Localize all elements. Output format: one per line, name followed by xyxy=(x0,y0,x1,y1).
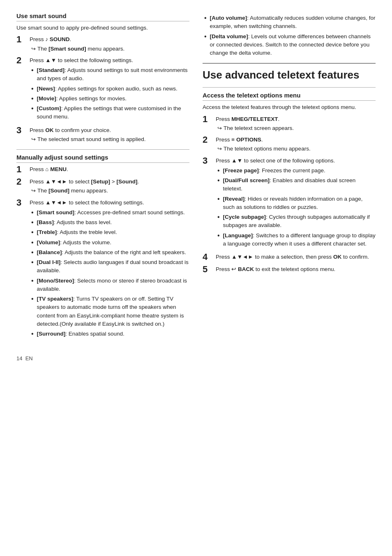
list-item: •[Dual/Full screen]: Enables and disable… xyxy=(217,176,376,193)
step-result: The teletext screen appears. xyxy=(224,124,294,132)
smart-sound-step-1: 1 Press SOUND. ↪ The [Smart sound] menu … xyxy=(16,35,189,53)
step-content: Press ▲▼◄► to make a selection, then pre… xyxy=(216,253,376,261)
step-text: Press ▲▼◄► to make a selection, then pre… xyxy=(216,254,369,260)
manual-step-1: 1 Press MENU. xyxy=(16,165,189,174)
list-item: •[Language]: Switches to a different lan… xyxy=(217,232,376,248)
smart-sound-intro: Use smart sound to apply pre-defined sou… xyxy=(16,24,189,32)
step-result: The [Smart sound] menu appears. xyxy=(37,45,125,53)
step-text: Press ▲▼◄► to select the following setti… xyxy=(30,199,144,206)
arrow-icon: ↪ xyxy=(31,187,36,195)
step-number: 3 xyxy=(203,156,214,166)
step-text: Press MHEG/TELETEXT. xyxy=(216,116,279,122)
smart-sound-step-3: 3 Press OK to confirm your choice. ↪ The… xyxy=(16,126,189,144)
list-item: •[Surround]: Enables spatial sound. xyxy=(31,330,189,338)
bullet-list: •[Standard]: Adjusts sound settings to s… xyxy=(31,66,189,121)
list-item: •[Balance]: Adjusts the balance of the r… xyxy=(31,248,189,257)
arrow-icon: ↪ xyxy=(217,145,222,153)
step-content: Press ▲▼◄► to select the following setti… xyxy=(30,199,189,340)
manual-sound-title: Manually adjust sound settings xyxy=(16,154,189,163)
manual-step-3: 3 Press ▲▼◄► to select the following set… xyxy=(16,199,189,340)
step-number: 1 xyxy=(16,35,28,44)
list-item: •[Standard]: Adjusts sound settings to s… xyxy=(31,66,189,83)
teletext-step-2: 2 Press OPTIONS. ↪ The teletext options … xyxy=(203,136,376,153)
list-item: •[Volume]: Adjusts the volume. xyxy=(31,239,189,247)
smart-sound-title: Use smart sound xyxy=(16,12,189,21)
arrow-icon: ↪ xyxy=(31,135,36,144)
step-content: Press MHEG/TELETEXT. ↪ The teletext scre… xyxy=(216,115,376,133)
step-result: The [Sound] menu appears. xyxy=(37,187,108,195)
step-text: Press ▲▼ to select the following setting… xyxy=(30,57,133,63)
list-item: •[Bass]: Adjusts the bass level. xyxy=(31,218,189,227)
bullet-list: •[Smart sound]: Accesses pre-defined sma… xyxy=(31,208,189,338)
page-number: 14 xyxy=(16,355,22,361)
teletext-options-title: Access the teletext options menu xyxy=(203,92,376,101)
arrow-icon: ↪ xyxy=(31,45,36,53)
step-content: Press MENU. xyxy=(30,165,189,174)
step-text: Press SOUND. xyxy=(30,36,71,42)
list-item: •[Smart sound]: Accesses pre-defined sma… xyxy=(31,208,189,217)
step-number: 3 xyxy=(16,198,28,208)
step-result: The selected smart sound setting is appl… xyxy=(37,135,145,144)
list-item: •[Delta volume]: Levels out volume diffe… xyxy=(204,32,376,58)
step-number: 1 xyxy=(16,164,28,174)
teletext-step-5: 5 Press BACK to exit the teletext option… xyxy=(203,265,376,274)
teletext-step-4: 4 Press ▲▼◄► to make a selection, then p… xyxy=(203,253,376,262)
step-text: Press MENU. xyxy=(30,166,68,172)
continuation-bullets: •[Auto volume]: Automatically reduces su… xyxy=(204,14,376,57)
step-number: 2 xyxy=(203,135,214,145)
list-item: •[Custom]: Applies the settings that wer… xyxy=(31,104,189,121)
step-number: 1 xyxy=(203,114,214,124)
step-number: 3 xyxy=(16,125,28,135)
step-content: Press BACK to exit the teletext options … xyxy=(216,265,376,273)
list-item: •[Mono/Stereo]: Selects mono or stereo i… xyxy=(31,277,189,294)
teletext-step-1: 1 Press MHEG/TELETEXT. ↪ The teletext sc… xyxy=(203,115,376,133)
step-number: 4 xyxy=(203,252,214,262)
step-content: Press ▲▼◄► to select [Setup] > [Sound]. … xyxy=(30,178,189,195)
left-column: Use smart sound Use smart sound to apply… xyxy=(16,12,189,343)
teletext-step-3: 3 Press ▲▼ to select one of the followin… xyxy=(203,157,376,250)
step-content: Press SOUND. ↪ The [Smart sound] menu ap… xyxy=(30,35,189,53)
step-content: Press OPTIONS. ↪ The teletext options me… xyxy=(216,136,376,153)
step-number: 5 xyxy=(203,264,214,274)
step-text: Press BACK to exit the teletext options … xyxy=(216,266,335,272)
list-item: •[Reveal]: Hides or reveals hidden infor… xyxy=(217,195,376,212)
list-item: •[Auto volume]: Automatically reduces su… xyxy=(204,14,376,31)
step-text: Press OPTIONS. xyxy=(216,137,263,143)
list-item: •[Treble]: Adjusts the treble level. xyxy=(31,228,189,236)
section-divider xyxy=(203,87,376,88)
step-result: The teletext options menu appears. xyxy=(224,145,311,153)
smart-sound-step-2: 2 Press ▲▼ to select the following setti… xyxy=(16,56,189,123)
list-item: •[Freeze page]: Freezes the current page… xyxy=(217,167,376,175)
right-column: •[Auto volume]: Automatically reduces su… xyxy=(203,12,376,343)
section-divider xyxy=(16,149,189,150)
list-item: •[Cycle subpage]: Cycles through subpage… xyxy=(217,213,376,230)
list-item: •[TV speakers]: Turns TV speakers on or … xyxy=(31,295,189,328)
step-text: Press OK to confirm your choice. xyxy=(30,127,111,133)
manual-step-2: 2 Press ▲▼◄► to select [Setup] > [Sound]… xyxy=(16,178,189,195)
step-content: Press OK to confirm your choice. ↪ The s… xyxy=(30,126,189,144)
step-text: Press ▲▼◄► to select [Setup] > [Sound]. xyxy=(30,178,139,185)
list-item: •[Movie]: Applies settings for movies. xyxy=(31,95,189,103)
bullet-list: •[Freeze page]: Freezes the current page… xyxy=(217,167,376,248)
page-lang: EN xyxy=(25,355,33,361)
step-text: Press ▲▼ to select one of the following … xyxy=(216,158,335,164)
advanced-teletext-title: Use advanced teletext features xyxy=(203,69,376,81)
teletext-options-intro: Access the teletext features through the… xyxy=(203,103,376,111)
page-footer: 14 EN xyxy=(16,355,376,361)
list-item: •[Dual I-II]: Selects audio languages if… xyxy=(31,258,189,275)
step-number: 2 xyxy=(16,177,28,187)
step-content: Press ▲▼ to select the following setting… xyxy=(30,56,189,123)
arrow-icon: ↪ xyxy=(217,124,222,132)
step-number: 2 xyxy=(16,56,28,65)
step-content: Press ▲▼ to select one of the following … xyxy=(216,157,376,250)
list-item: •[News]: Applies settings for spoken aud… xyxy=(31,85,189,93)
top-divider xyxy=(203,63,376,64)
